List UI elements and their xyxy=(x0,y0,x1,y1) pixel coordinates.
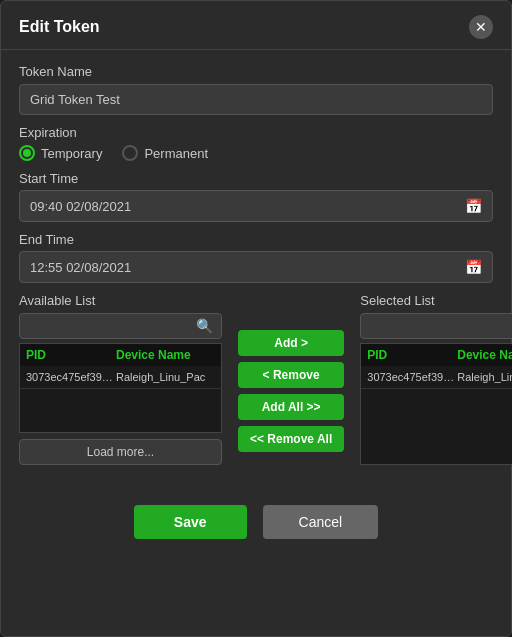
selected-list-row-0[interactable]: 3073ec475ef395... Raleigh_Linu_SDI xyxy=(361,366,512,389)
permanent-radio-outer xyxy=(122,145,138,161)
close-button[interactable]: ✕ xyxy=(469,15,493,39)
selected-search-box[interactable]: 🔍 xyxy=(360,313,512,339)
selected-search-input[interactable] xyxy=(369,319,512,334)
start-time-value: 09:40 02/08/2021 xyxy=(30,199,131,214)
edit-token-modal: Edit Token ✕ Token Name Expiration Tempo… xyxy=(0,0,512,637)
temporary-radio[interactable]: Temporary xyxy=(19,145,102,161)
lists-section: Available List 🔍 PID Device Name 3073ec4… xyxy=(19,293,493,465)
available-list-label: Available List xyxy=(19,293,222,308)
permanent-label: Permanent xyxy=(144,146,208,161)
start-time-calendar-icon: 📅 xyxy=(465,198,482,214)
temporary-label: Temporary xyxy=(41,146,102,161)
end-time-calendar-icon: 📅 xyxy=(465,259,482,275)
end-time-value: 12:55 02/08/2021 xyxy=(30,260,131,275)
cancel-button[interactable]: Cancel xyxy=(263,505,379,539)
permanent-radio[interactable]: Permanent xyxy=(122,145,208,161)
start-time-field[interactable]: 09:40 02/08/2021 📅 xyxy=(19,190,493,222)
expiration-label: Expiration xyxy=(19,125,493,140)
add-all-button[interactable]: Add All >> xyxy=(238,394,344,420)
selected-list-panel: Selected List 🔍 PID Device Name 3073ec47… xyxy=(360,293,512,465)
available-row0-pid: 3073ec475ef395... xyxy=(26,371,116,383)
available-search-input[interactable] xyxy=(28,319,196,334)
add-button[interactable]: Add > xyxy=(238,330,344,356)
available-col-pid: PID xyxy=(26,348,116,362)
selected-list-header: PID Device Name xyxy=(361,344,512,366)
remove-button[interactable]: < Remove xyxy=(238,362,344,388)
available-search-icon: 🔍 xyxy=(196,318,213,334)
modal-title: Edit Token xyxy=(19,18,100,36)
modal-footer: Save Cancel xyxy=(1,489,511,557)
available-list-table: PID Device Name 3073ec475ef395... Raleig… xyxy=(19,343,222,433)
available-col-device: Device Name xyxy=(116,348,215,362)
available-list-row-0[interactable]: 3073ec475ef395... Raleigh_Linu_Pac xyxy=(20,366,221,389)
token-name-label: Token Name xyxy=(19,64,493,79)
selected-row0-pid: 3073ec475ef395... xyxy=(367,371,457,383)
modal-header: Edit Token ✕ xyxy=(1,1,511,50)
start-time-label: Start Time xyxy=(19,171,493,186)
available-list-panel: Available List 🔍 PID Device Name 3073ec4… xyxy=(19,293,222,465)
end-time-label: End Time xyxy=(19,232,493,247)
available-search-box[interactable]: 🔍 xyxy=(19,313,222,339)
remove-all-button[interactable]: << Remove All xyxy=(238,426,344,452)
load-more-button[interactable]: Load more... xyxy=(19,439,222,465)
load-more-row: Load more... xyxy=(19,439,222,465)
temporary-radio-outer xyxy=(19,145,35,161)
available-row0-device: Raleigh_Linu_Pac xyxy=(116,371,215,383)
modal-body: Token Name Expiration Temporary Permanen… xyxy=(1,50,511,479)
selected-col-pid: PID xyxy=(367,348,457,362)
available-list-header: PID Device Name xyxy=(20,344,221,366)
end-time-field[interactable]: 12:55 02/08/2021 📅 xyxy=(19,251,493,283)
selected-row0-device: Raleigh_Linu_SDI xyxy=(457,371,512,383)
selected-col-device: Device Name xyxy=(457,348,512,362)
token-name-input[interactable] xyxy=(19,84,493,115)
selected-list-table: PID Device Name 3073ec475ef395... Raleig… xyxy=(360,343,512,465)
expiration-radio-group: Temporary Permanent xyxy=(19,145,493,161)
transfer-buttons-col: Add > < Remove Add All >> << Remove All xyxy=(232,317,350,465)
temporary-radio-inner xyxy=(23,149,31,157)
save-button[interactable]: Save xyxy=(134,505,247,539)
selected-list-label: Selected List xyxy=(360,293,512,308)
